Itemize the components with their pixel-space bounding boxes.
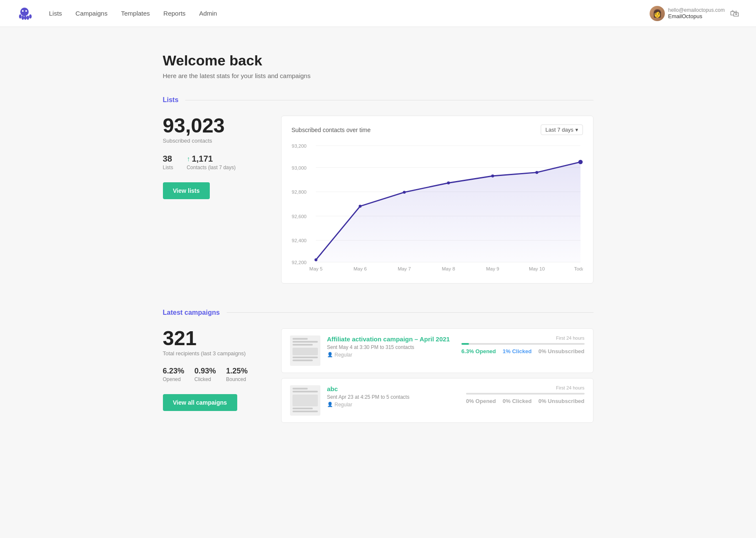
svg-text:May 5: May 5 xyxy=(309,266,322,271)
thumb-line xyxy=(293,391,318,392)
view-campaigns-button[interactable]: View all campaigns xyxy=(163,394,237,411)
chart-svg-wrap: 93,200 93,000 92,800 92,600 92,400 92,20… xyxy=(292,142,583,275)
campaign-card: Affiliate activation campaign – April 20… xyxy=(281,328,593,373)
campaign-info: abc Sent Apr 23 at 4:25 PM to 5 contacts… xyxy=(327,385,459,408)
chart-filter-label: Last 7 days xyxy=(545,127,574,133)
chart-header: Subscribed contacts over time Last 7 day… xyxy=(292,124,583,135)
bounced-stat: 1.25% Bounced xyxy=(226,367,248,382)
logo-icon xyxy=(17,6,32,21)
svg-point-25 xyxy=(491,175,494,178)
opened-stat: 6.23% Opened xyxy=(163,367,184,382)
trend-up-icon: ↑ xyxy=(187,155,190,163)
svg-point-0 xyxy=(20,8,29,16)
svg-point-4 xyxy=(22,16,24,20)
thumb-block xyxy=(293,348,318,355)
navbar: Lists Campaigns Templates Reports Admin … xyxy=(0,0,756,27)
svg-point-1 xyxy=(22,10,24,12)
campaign-info: Affiliate activation campaign – April 20… xyxy=(327,335,455,358)
svg-point-26 xyxy=(535,171,538,174)
svg-point-2 xyxy=(25,10,27,12)
svg-text:93,000: 93,000 xyxy=(292,165,306,170)
bag-icon[interactable]: 🛍 xyxy=(730,8,739,19)
svg-text:92,400: 92,400 xyxy=(292,238,306,243)
campaign-name[interactable]: abc xyxy=(327,385,459,392)
first24-label: First 24 hours xyxy=(461,335,584,341)
campaign-name[interactable]: Affiliate activation campaign – April 20… xyxy=(327,335,455,343)
svg-text:May 9: May 9 xyxy=(486,266,499,271)
lists-section-title: Lists xyxy=(163,96,179,104)
clicked-metric: 1% Clicked xyxy=(503,348,532,354)
welcome-title: Welcome back xyxy=(163,52,593,69)
bounced-label: Bounced xyxy=(226,376,248,382)
nav-reports[interactable]: Reports xyxy=(163,8,186,19)
thumb-line xyxy=(293,338,308,340)
section-divider xyxy=(185,100,593,100)
unsubscribed-metric: 0% Unsubscribed xyxy=(538,398,584,404)
campaign-card: abc Sent Apr 23 at 4:25 PM to 5 contacts… xyxy=(281,378,593,423)
clicked-label: Clicked xyxy=(195,376,216,382)
svg-point-5 xyxy=(24,16,27,20)
main-content: Welcome back Here are the latest stats f… xyxy=(146,27,610,453)
thumb-line xyxy=(293,344,313,346)
nav-admin[interactable]: Admin xyxy=(199,8,217,19)
opened-label: Opened xyxy=(163,376,184,382)
clicked-metric-val: 0% Clicked xyxy=(503,398,532,404)
lists-section-header: Lists xyxy=(163,96,593,104)
campaign-stats-right: First 24 hours 0% Opened 0% Clicked xyxy=(466,385,585,404)
welcome-subtitle: Here are the latest stats for your lists… xyxy=(163,72,593,79)
stats-metrics: 6.3% Opened 1% Clicked 0% Unsubscribed xyxy=(461,348,584,354)
nav-campaigns[interactable]: Campaigns xyxy=(76,8,108,19)
chart-filter-button[interactable]: Last 7 days ▾ xyxy=(541,124,583,135)
nav-templates[interactable]: Templates xyxy=(121,8,150,19)
svg-text:May 8: May 8 xyxy=(442,266,455,271)
contacts-7d-value: ↑ 1,171 xyxy=(187,154,236,164)
svg-text:Today: Today xyxy=(574,266,583,271)
svg-point-23 xyxy=(403,191,406,194)
logo[interactable] xyxy=(17,6,32,21)
unsub-metric-val: 0% Unsubscribed xyxy=(538,348,584,354)
campaigns-section-title: Latest campaigns xyxy=(163,309,220,316)
lists-content: 93,023 Subscribed contacts 38 Lists ↑ 1,… xyxy=(163,116,593,284)
stats-bar xyxy=(461,343,584,345)
svg-point-22 xyxy=(358,205,361,208)
campaigns-stats: 321 Total recipients (last 3 campaigns) … xyxy=(163,328,256,411)
opened-pct: 6.23% xyxy=(163,367,184,376)
total-recipients: 321 xyxy=(163,328,256,349)
campaign-stats-right: First 24 hours 6.3% Opened 1% Clicked xyxy=(461,335,584,354)
user-menu[interactable]: 👩 hello@emailoctopus.com EmailOctopus xyxy=(650,6,725,21)
contacts-7d-stat: ↑ 1,171 Contacts (last 7 days) xyxy=(187,154,236,170)
campaign-thumbnail xyxy=(290,335,320,366)
opened-metric: 0% Opened xyxy=(466,398,496,404)
svg-text:May 6: May 6 xyxy=(353,266,366,271)
view-lists-button[interactable]: View lists xyxy=(163,182,210,199)
campaign-meta: Sent May 4 at 3:30 PM to 315 contacts xyxy=(327,344,455,350)
chart-title: Subscribed contacts over time xyxy=(292,127,371,133)
subscribed-chart-container: Subscribed contacts over time Last 7 day… xyxy=(281,116,593,284)
thumb-block xyxy=(293,395,318,406)
thumb-line xyxy=(293,360,313,361)
subscribed-label: Subscribed contacts xyxy=(163,138,256,144)
subscribed-count: 93,023 xyxy=(163,116,256,136)
line-chart-svg: 93,200 93,000 92,800 92,600 92,400 92,20… xyxy=(292,142,583,273)
thumb-line xyxy=(293,341,318,343)
stats-bar-fill xyxy=(461,343,469,345)
opened-metric-val: 0% Opened xyxy=(466,398,496,404)
lists-stats: 93,023 Subscribed contacts 38 Lists ↑ 1,… xyxy=(163,116,256,199)
clicked-metric: 0% Clicked xyxy=(503,398,532,404)
campaign-cards: Affiliate activation campaign – April 20… xyxy=(281,328,593,428)
campaigns-section: Latest campaigns 321 Total recipients (l… xyxy=(163,309,593,428)
total-label: Total recipients (last 3 campaigns) xyxy=(163,350,256,357)
campaign-type: 👤 Regular xyxy=(327,352,455,358)
bounced-pct: 1.25% xyxy=(226,367,248,376)
unsub-metric-val: 0% Unsubscribed xyxy=(538,398,584,404)
svg-point-21 xyxy=(314,258,317,261)
svg-text:92,600: 92,600 xyxy=(292,214,306,219)
thumb-line xyxy=(293,388,308,389)
thumb-line xyxy=(293,408,313,409)
regular-icon: 👤 xyxy=(327,402,333,407)
nav-lists[interactable]: Lists xyxy=(49,8,62,19)
svg-point-3 xyxy=(19,14,22,19)
user-email: hello@emailoctopus.com xyxy=(668,7,725,13)
campaign-meta: Sent Apr 23 at 4:25 PM to 5 contacts xyxy=(327,394,459,400)
navbar-links: Lists Campaigns Templates Reports Admin xyxy=(49,8,650,19)
